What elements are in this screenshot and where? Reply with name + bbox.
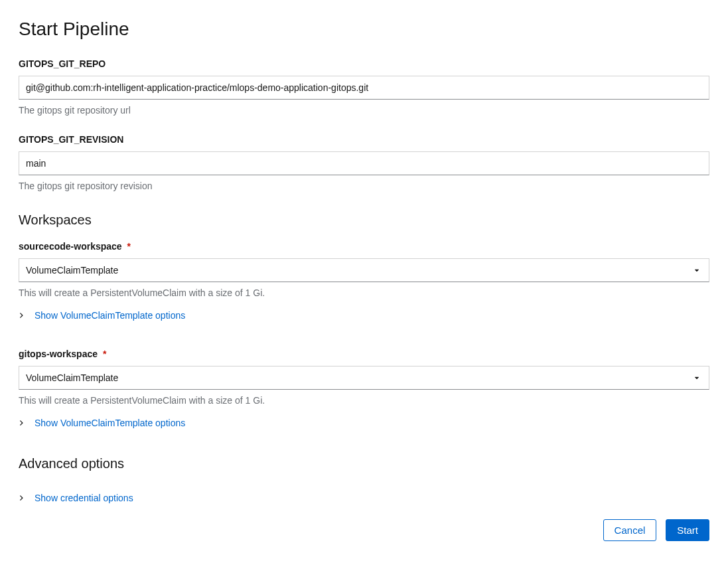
cancel-button[interactable]: Cancel	[603, 519, 657, 541]
chevron-right-icon	[19, 312, 24, 319]
sourcecode-workspace-label: sourcecode-workspace *	[19, 241, 709, 252]
sourcecode-workspace-select[interactable]: VolumeClaimTemplate	[19, 258, 709, 282]
sourcecode-workspace-label-text: sourcecode-workspace	[19, 241, 122, 252]
gitops-git-revision-group: GITOPS_GIT_REVISION The gitops git repos…	[19, 134, 709, 191]
gitops-workspace-help: This will create a PersistentVolumeClaim…	[19, 395, 709, 406]
gitops-workspace-label-text: gitops-workspace	[19, 349, 98, 359]
workspace-sourcecode: sourcecode-workspace * VolumeClaimTempla…	[19, 241, 709, 321]
sourcecode-workspace-select-wrapper: VolumeClaimTemplate	[19, 258, 709, 282]
gitops-git-repo-input[interactable]	[19, 76, 709, 100]
gitops-git-repo-label: GITOPS_GIT_REPO	[19, 58, 709, 69]
gitops-git-revision-help: The gitops git repository revision	[19, 181, 709, 191]
footer: Cancel Start	[19, 519, 709, 541]
required-asterisk-icon: *	[127, 241, 131, 252]
chevron-right-icon	[19, 420, 24, 426]
gitops-git-revision-label: GITOPS_GIT_REVISION	[19, 134, 709, 145]
gitops-workspace-select[interactable]: VolumeClaimTemplate	[19, 366, 709, 390]
workspaces-title: Workspaces	[19, 212, 709, 228]
workspace-gitops: gitops-workspace * VolumeClaimTemplate T…	[19, 349, 709, 428]
gitops-workspace-select-wrapper: VolumeClaimTemplate	[19, 366, 709, 390]
show-credential-options-label: Show credential options	[35, 493, 133, 503]
show-sourcecode-vct-options-label: Show VolumeClaimTemplate options	[35, 310, 185, 321]
advanced-section: Advanced options Show credential options	[19, 456, 709, 503]
show-sourcecode-vct-options[interactable]: Show VolumeClaimTemplate options	[19, 310, 185, 321]
gitops-git-repo-help: The gitops git repository url	[19, 105, 709, 116]
start-button[interactable]: Start	[666, 519, 709, 541]
advanced-title: Advanced options	[19, 456, 709, 471]
gitops-git-repo-group: GITOPS_GIT_REPO The gitops git repositor…	[19, 58, 709, 116]
sourcecode-workspace-help: This will create a PersistentVolumeClaim…	[19, 287, 709, 298]
chevron-right-icon	[19, 495, 24, 501]
page-title: Start Pipeline	[19, 19, 709, 40]
show-credential-options[interactable]: Show credential options	[19, 493, 133, 503]
gitops-workspace-label: gitops-workspace *	[19, 349, 709, 359]
show-gitops-vct-options-label: Show VolumeClaimTemplate options	[35, 418, 185, 428]
gitops-git-revision-input[interactable]	[19, 151, 709, 175]
show-gitops-vct-options[interactable]: Show VolumeClaimTemplate options	[19, 418, 185, 428]
required-asterisk-icon: *	[103, 349, 106, 359]
